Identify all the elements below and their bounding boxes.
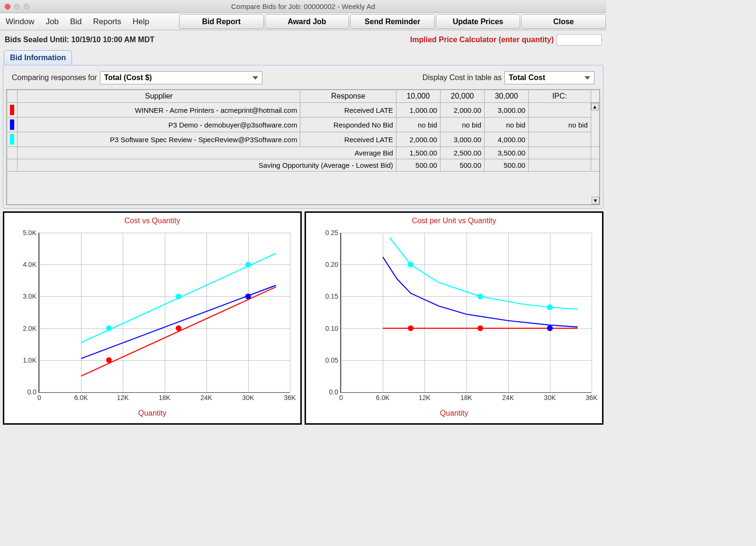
color-swatch [10, 134, 14, 145]
color-swatch [10, 119, 14, 130]
cell-q3: 3,500.00 [485, 147, 529, 159]
data-point[interactable] [176, 293, 181, 299]
window-title: Compare Bids for Job: 00000002 - Weekly … [0, 2, 606, 10]
menu-window[interactable]: Window [0, 13, 40, 30]
bids-sealed-label: Bids Sealed Until: 10/19/10 10:00 AM MDT [5, 36, 410, 44]
cell-q3: 3,000.00 [485, 103, 529, 118]
data-point[interactable] [176, 326, 181, 331]
x-tick-label: 30K [242, 394, 254, 401]
table-summary-row: Saving Opportunity (Average - Lowest Bid… [7, 159, 600, 172]
menu-reports[interactable]: Reports [87, 13, 127, 30]
cell-ipc [529, 132, 591, 147]
cell-q3: 500.00 [485, 159, 529, 172]
cell-q2: 2,500.00 [440, 147, 484, 159]
tabs: Bid Information [0, 50, 606, 65]
data-point[interactable] [547, 304, 553, 310]
cell-q1: 1,500.00 [396, 147, 440, 159]
send-reminder-button[interactable]: Send Reminder [350, 14, 435, 29]
close-window-icon[interactable] [5, 4, 10, 9]
table-row[interactable]: P3 Demo - demobuyer@p3software.comRespon… [7, 118, 600, 132]
y-tick-label: 0.20 [325, 261, 338, 268]
x-tick-label: 30K [544, 394, 556, 401]
table-summary-row: Average Bid1,500.002,500.003,500.00 [7, 147, 600, 159]
chart-title: Cost per Unit vs Quantity [306, 217, 602, 225]
data-point[interactable] [245, 262, 251, 267]
data-point[interactable] [106, 357, 112, 363]
col-supplier[interactable]: Supplier [18, 90, 300, 103]
cell-ipc: no bid [529, 118, 591, 132]
y-tick-label: 2.0K [23, 325, 36, 332]
tab-bid-information[interactable]: Bid Information [4, 50, 72, 65]
minimize-window-icon[interactable] [14, 4, 20, 9]
x-tick-label: 36K [284, 394, 296, 401]
col-ipc[interactable]: IPC: [529, 90, 591, 103]
scroll-up-icon[interactable]: ▲ [591, 103, 599, 110]
chart-cost-per-unit-vs-quantity: Cost per Unit vs Quantity 0.00.050.100.1… [305, 211, 603, 425]
cell-response: Received LATE [300, 103, 396, 118]
bid-info-panel: Comparing responses for Total (Cost $) D… [3, 65, 603, 209]
summary-label: Saving Opportunity (Average - Lowest Bid… [18, 159, 396, 172]
data-point[interactable] [477, 326, 483, 331]
cell-q3: no bid [485, 118, 529, 132]
ipc-quantity-input[interactable] [557, 34, 602, 46]
cell-ipc [529, 103, 591, 118]
x-axis-label: Quantity [306, 409, 602, 418]
data-point[interactable] [477, 293, 483, 299]
table-row[interactable]: WINNER - Acme Printers - acmeprint@hotma… [7, 103, 600, 118]
series-line [81, 287, 276, 376]
x-axis-label: Quantity [4, 409, 300, 418]
chart-title: Cost vs Quantity [4, 217, 300, 225]
x-tick-label: 6.0K [376, 394, 390, 401]
data-point[interactable] [547, 326, 553, 331]
bids-table: Supplier Response 10,000 20,000 30,000 I… [6, 89, 600, 205]
x-tick-label: 12K [117, 394, 129, 401]
comparing-label: Comparing responses for [12, 73, 97, 82]
bid-report-button[interactable]: Bid Report [179, 14, 264, 29]
x-tick-label: 0 [339, 394, 343, 401]
y-tick-label: 0.05 [325, 356, 338, 364]
scroll-down-icon[interactable]: ▼ [592, 197, 599, 204]
data-point[interactable] [408, 326, 414, 331]
cell-q1: 1,000.00 [396, 103, 440, 118]
data-point[interactable] [245, 293, 251, 299]
col-20000[interactable]: 20,000 [440, 90, 484, 103]
award-job-button[interactable]: Award Job [265, 14, 350, 29]
data-point[interactable] [106, 326, 112, 331]
series-line [390, 238, 578, 309]
display-cost-value: Total Cost [509, 73, 545, 82]
close-button[interactable]: Close [521, 14, 606, 29]
chevron-down-icon [585, 76, 590, 80]
cell-response: Responded No Bid [300, 118, 396, 132]
charts-row: Cost vs Quantity 0.01.0K2.0K3.0K4.0K5.0K… [3, 211, 603, 425]
table-row[interactable]: P3 Software Spec Review - SpecReview@P3S… [7, 132, 600, 147]
display-cost-select[interactable]: Total Cost [504, 71, 594, 84]
y-tick-label: 0.15 [325, 292, 338, 300]
window-controls [5, 4, 29, 9]
cell-supplier: P3 Software Spec Review - SpecReview@P3S… [18, 132, 300, 147]
col-10000[interactable]: 10,000 [396, 90, 440, 103]
col-30000[interactable]: 30,000 [485, 90, 529, 103]
cell-supplier: P3 Demo - demobuyer@p3software.com [18, 118, 300, 132]
menu-help[interactable]: Help [127, 13, 155, 30]
y-tick-label: 0.0 [27, 388, 36, 396]
cell-supplier: WINNER - Acme Printers - acmeprint@hotma… [18, 103, 300, 118]
cell-q2: no bid [440, 118, 484, 132]
cell-q3: 4,000.00 [485, 132, 529, 147]
col-response[interactable]: Response [300, 90, 396, 103]
cell-response: Received LATE [300, 132, 396, 147]
update-prices-button[interactable]: Update Prices [436, 14, 521, 29]
comparing-select[interactable]: Total (Cost $) [100, 71, 263, 84]
color-swatch [10, 105, 14, 115]
data-point[interactable] [408, 262, 414, 267]
x-tick-label: 24K [200, 394, 212, 401]
cell-q1: no bid [396, 118, 440, 132]
menu-job[interactable]: Job [40, 13, 64, 30]
status-row: Bids Sealed Until: 10/19/10 10:00 AM MDT… [0, 30, 606, 47]
x-tick-label: 18K [159, 394, 171, 401]
y-tick-label: 3.0K [23, 292, 36, 300]
controls-row: Comparing responses for Total (Cost $) D… [6, 68, 600, 87]
cell-q1: 500.00 [396, 159, 440, 172]
menu-bid[interactable]: Bid [64, 13, 88, 30]
zoom-window-icon[interactable] [24, 4, 29, 9]
x-tick-label: 18K [460, 394, 472, 401]
